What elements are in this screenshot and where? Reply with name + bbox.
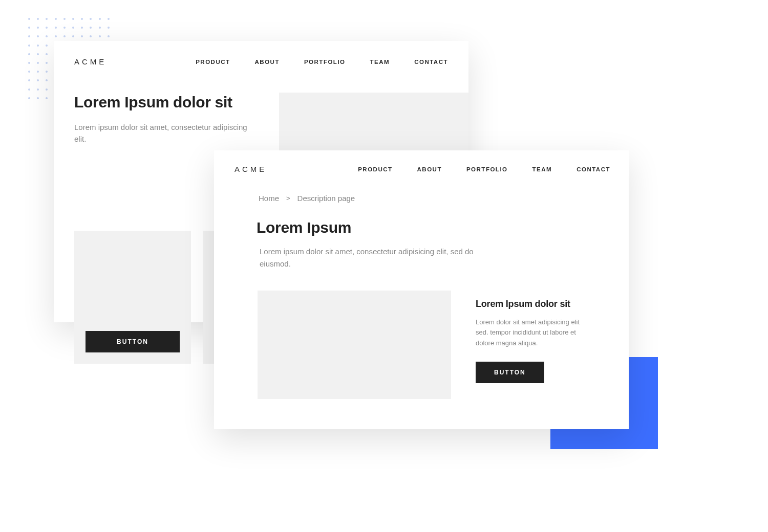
- logo[interactable]: ACME: [234, 165, 267, 173]
- hero-title: Lorem Ipsum dolor sit: [74, 93, 248, 112]
- feature-card: BUTTON: [74, 231, 191, 364]
- nav-link-team[interactable]: TEAM: [370, 59, 390, 65]
- nav-link-contact[interactable]: CONTACT: [577, 166, 610, 172]
- nav-link-product[interactable]: PRODUCT: [196, 59, 230, 65]
- nav-link-product[interactable]: PRODUCT: [358, 166, 392, 172]
- nav-links: PRODUCT ABOUT PORTFOLIO TEAM CONTACT: [196, 59, 448, 65]
- nav-links: PRODUCT ABOUT PORTFOLIO TEAM CONTACT: [358, 166, 610, 172]
- nav-link-about[interactable]: ABOUT: [255, 59, 280, 65]
- detail-image-placeholder: [258, 291, 451, 399]
- nav-link-about[interactable]: ABOUT: [417, 166, 442, 172]
- page-subtitle: Lorem ipsum dolor sit amet, consectetur …: [260, 246, 475, 270]
- detail-body: Lorem dolor sit amet adipisicing elit se…: [476, 317, 593, 348]
- nav-link-team[interactable]: TEAM: [532, 166, 552, 172]
- hero-subtitle: Lorem ipsum dolor sit amet, consectetur …: [74, 121, 248, 145]
- wireframe-card-detail: ACME PRODUCT ABOUT PORTFOLIO TEAM CONTAC…: [214, 150, 629, 429]
- nav-bar: ACME PRODUCT ABOUT PORTFOLIO TEAM CONTAC…: [234, 165, 610, 173]
- nav-bar: ACME PRODUCT ABOUT PORTFOLIO TEAM CONTAC…: [74, 57, 448, 66]
- detail-section: Lorem Ipsum dolor sit Lorem dolor sit am…: [258, 291, 610, 399]
- detail-title: Lorem Ipsum dolor sit: [476, 298, 610, 310]
- logo[interactable]: ACME: [74, 57, 106, 66]
- feature-button[interactable]: BUTTON: [86, 331, 180, 352]
- chevron-right-icon: >: [286, 194, 290, 202]
- breadcrumb-current: Description page: [297, 194, 355, 203]
- breadcrumb-home[interactable]: Home: [259, 194, 279, 203]
- nav-link-portfolio[interactable]: PORTFOLIO: [304, 59, 346, 65]
- detail-text: Lorem Ipsum dolor sit Lorem dolor sit am…: [476, 291, 610, 399]
- breadcrumb: Home > Description page: [259, 194, 610, 203]
- nav-link-portfolio[interactable]: PORTFOLIO: [466, 166, 508, 172]
- detail-button[interactable]: BUTTON: [476, 362, 544, 383]
- nav-link-contact[interactable]: CONTACT: [414, 59, 448, 65]
- page-title: Lorem Ipsum: [257, 219, 610, 236]
